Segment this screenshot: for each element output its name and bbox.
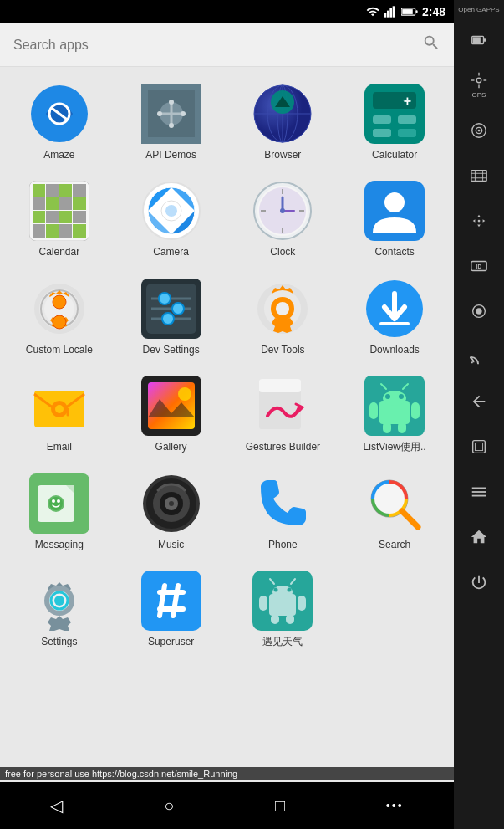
app-custom-locale[interactable]: Custom Locale <box>9 272 109 362</box>
svg-rect-33 <box>415 10 417 13</box>
svg-rect-62 <box>33 184 45 197</box>
app-listview[interactable]: ListView使用.. <box>344 369 445 459</box>
clock-label: Clock <box>270 246 295 258</box>
app-email[interactable]: Email <box>9 369 109 459</box>
app-dev-settings[interactable]: Dev Settings <box>121 272 221 362</box>
svg-point-151 <box>54 596 64 606</box>
app-messaging[interactable]: Messaging <box>9 467 109 557</box>
app-settings[interactable]: Settings <box>9 564 109 654</box>
app-row-4: Email <box>3 369 451 459</box>
watermark: free for personal use https://blog.csdn.… <box>0 767 454 780</box>
app-browser[interactable]: Browser <box>232 77 333 167</box>
email-icon <box>29 376 89 436</box>
app-superuser[interactable]: Superuser <box>121 564 221 654</box>
svg-rect-27 <box>384 13 387 17</box>
back-button[interactable]: ◁ <box>33 789 79 822</box>
sidebar-cast[interactable] <box>458 335 500 377</box>
svg-rect-165 <box>298 596 306 611</box>
svg-rect-23 <box>475 443 482 450</box>
sidebar-video[interactable] <box>458 155 500 197</box>
svg-point-20 <box>476 308 481 314</box>
app-api-demos[interactable]: API Demos <box>121 77 221 167</box>
app-amaze[interactable]: Amaze <box>9 77 109 167</box>
sidebar-id[interactable]: ID <box>458 245 500 287</box>
sidebar-home-btn[interactable] <box>458 516 500 558</box>
gallery-label: Gallery <box>155 441 187 453</box>
app-calendar[interactable]: Calendar <box>9 174 109 264</box>
svg-rect-11 <box>471 170 486 181</box>
svg-rect-166 <box>271 614 279 624</box>
email-label: Email <box>47 441 72 453</box>
main-area: 2:48 Amaze <box>0 0 454 829</box>
recents-button[interactable]: □ <box>258 790 302 822</box>
svg-point-104 <box>172 303 184 315</box>
svg-rect-59 <box>373 129 391 137</box>
app-phone[interactable]: Phone <box>232 467 333 557</box>
app-empty <box>344 564 445 654</box>
time-display: 2:48 <box>422 5 445 18</box>
search-icon[interactable] <box>422 33 440 56</box>
sidebar-back-btn[interactable] <box>458 381 500 422</box>
bottom-navigation: ◁ ○ □ ••• <box>0 782 454 829</box>
signal-icon <box>384 5 397 18</box>
svg-point-126 <box>399 394 404 399</box>
amaze-icon <box>29 84 89 144</box>
app-search[interactable]: Search <box>344 467 445 557</box>
svg-point-98 <box>53 315 66 329</box>
svg-point-41 <box>169 100 174 105</box>
amaze-label: Amaze <box>43 149 74 161</box>
svg-rect-66 <box>33 197 45 210</box>
wifi-icon <box>366 5 379 18</box>
svg-point-160 <box>274 587 278 591</box>
svg-point-80 <box>165 205 177 217</box>
sidebar-power-btn[interactable] <box>458 561 500 603</box>
clock-icon <box>252 181 313 241</box>
weather-label: 遇见天气 <box>262 636 303 647</box>
app-calculator[interactable]: + – Calculator <box>344 77 445 167</box>
app-contacts[interactable]: Contacts <box>344 174 445 264</box>
app-weather[interactable]: 遇见天气 <box>232 564 333 654</box>
app-row-2: Calendar Camera <box>3 174 451 264</box>
listview-icon <box>364 376 425 436</box>
sidebar-recents-btn[interactable] <box>458 426 500 468</box>
svg-point-90 <box>280 208 285 213</box>
gallery-icon <box>141 376 201 436</box>
calculator-label: Calculator <box>372 149 417 161</box>
messaging-icon <box>29 473 89 534</box>
svg-point-42 <box>169 123 174 128</box>
app-dev-tools[interactable]: Dev Tools <box>232 272 333 362</box>
contacts-label: Contacts <box>374 246 414 258</box>
svg-text:ID: ID <box>476 264 482 269</box>
svg-rect-167 <box>286 614 294 624</box>
sidebar-battery[interactable] <box>458 19 500 61</box>
sidebar-gps[interactable]: GPS <box>458 64 500 106</box>
home-button[interactable]: ○ <box>147 790 191 822</box>
svg-point-16 <box>478 219 481 222</box>
browser-label: Browser <box>264 149 301 161</box>
svg-point-10 <box>478 129 481 131</box>
search-bar <box>0 23 454 67</box>
svg-point-3 <box>476 79 481 84</box>
app-row-1: Amaze API Demos <box>3 77 451 167</box>
search-input[interactable] <box>13 38 422 53</box>
app-downloads[interactable]: Downloads <box>344 272 445 362</box>
svg-point-138 <box>57 499 60 503</box>
app-gallery[interactable]: Gallery <box>121 369 221 459</box>
app-music[interactable]: Music <box>121 467 221 557</box>
app-row-6: Settings Superuser <box>3 564 451 654</box>
gps-icon <box>470 71 488 90</box>
svg-rect-71 <box>46 211 59 223</box>
svg-point-137 <box>52 499 55 503</box>
sidebar-record[interactable] <box>458 290 500 332</box>
sidebar-camera[interactable] <box>458 110 500 151</box>
sidebar-move[interactable] <box>458 200 500 242</box>
svg-rect-76 <box>59 224 72 238</box>
sidebar-menu-btn[interactable] <box>458 471 500 513</box>
gestures-icon <box>252 376 313 436</box>
svg-rect-159 <box>272 586 293 599</box>
app-gestures[interactable]: Gestures Builder <box>232 369 333 459</box>
svg-rect-65 <box>73 184 86 197</box>
app-camera[interactable]: Camera <box>121 174 221 264</box>
more-options[interactable]: ••• <box>369 792 420 819</box>
app-clock[interactable]: Clock <box>232 174 333 264</box>
